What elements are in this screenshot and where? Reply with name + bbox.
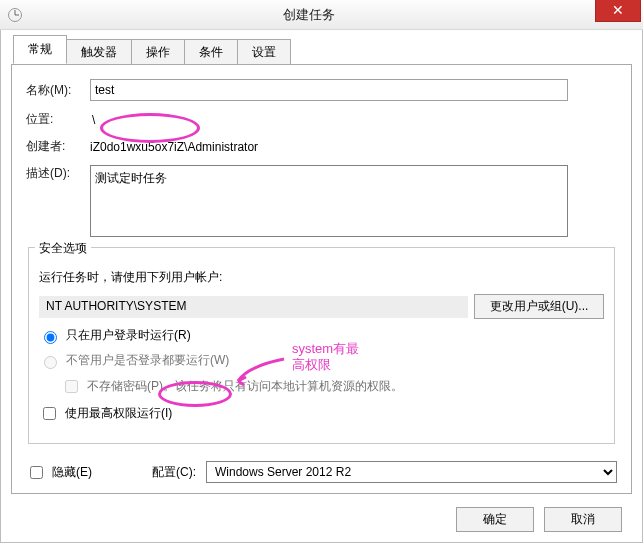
location-label: 位置: bbox=[26, 111, 90, 128]
radio-run-any-label: 不管用户是否登录都要运行(W) bbox=[66, 352, 229, 369]
name-label: 名称(M): bbox=[26, 82, 90, 99]
check-highest-privileges-input[interactable] bbox=[43, 407, 56, 420]
ok-button[interactable]: 确定 bbox=[456, 507, 534, 532]
check-hidden-input[interactable] bbox=[30, 466, 43, 479]
check-hidden-label: 隐藏(E) bbox=[52, 464, 92, 481]
configure-for-select[interactable]: Windows Server 2012 R2 bbox=[206, 461, 617, 483]
close-button[interactable]: ✕ bbox=[595, 0, 641, 22]
run-as-account: NT AUTHORITY\SYSTEM bbox=[39, 296, 468, 318]
description-input[interactable]: 测试定时任务 bbox=[90, 165, 568, 237]
cancel-button[interactable]: 取消 bbox=[544, 507, 622, 532]
check-no-store-password-label: 不存储密码(P)。该任务将只有访问本地计算机资源的权限。 bbox=[87, 378, 403, 395]
title-bar: 创建任务 ✕ bbox=[0, 0, 643, 30]
tabstrip: 常规 触发器 操作 条件 设置 bbox=[13, 38, 632, 64]
tab-conditions[interactable]: 条件 bbox=[184, 39, 238, 65]
tab-general[interactable]: 常规 bbox=[13, 35, 67, 64]
tab-settings[interactable]: 设置 bbox=[237, 39, 291, 65]
radio-run-any-input[interactable] bbox=[44, 356, 57, 369]
creator-label: 创建者: bbox=[26, 138, 90, 155]
check-no-store-password-input bbox=[65, 380, 78, 393]
radio-run-logged-on[interactable]: 只在用户登录时运行(R) bbox=[39, 327, 604, 344]
check-hidden[interactable]: 隐藏(E) bbox=[26, 463, 92, 482]
location-value: \ bbox=[90, 113, 95, 127]
creator-value: iZ0do1wxu5ox7iZ\Administrator bbox=[90, 140, 258, 154]
security-legend: 安全选项 bbox=[35, 240, 91, 257]
name-input[interactable] bbox=[90, 79, 568, 101]
check-highest-privileges[interactable]: 使用最高权限运行(I) bbox=[39, 404, 604, 423]
tab-actions[interactable]: 操作 bbox=[131, 39, 185, 65]
window-title: 创建任务 bbox=[22, 6, 595, 24]
radio-run-logged-on-input[interactable] bbox=[44, 331, 57, 344]
change-user-button[interactable]: 更改用户或组(U)... bbox=[474, 294, 604, 319]
tab-panel-general: 名称(M): 位置: \ 创建者: iZ0do1wxu5ox7iZ\Admini… bbox=[11, 64, 632, 494]
check-no-store-password: 不存储密码(P)。该任务将只有访问本地计算机资源的权限。 bbox=[61, 377, 604, 396]
radio-run-any[interactable]: 不管用户是否登录都要运行(W) bbox=[39, 352, 604, 369]
configure-for-label: 配置(C): bbox=[152, 464, 196, 481]
tab-triggers[interactable]: 触发器 bbox=[66, 39, 132, 65]
check-highest-privileges-label: 使用最高权限运行(I) bbox=[65, 405, 172, 422]
window-body: 常规 触发器 操作 条件 设置 名称(M): 位置: \ 创建者: iZ0do1… bbox=[0, 30, 643, 543]
description-label: 描述(D): bbox=[26, 165, 90, 182]
run-as-label: 运行任务时，请使用下列用户帐户: bbox=[39, 269, 604, 286]
radio-run-logged-on-label: 只在用户登录时运行(R) bbox=[66, 327, 191, 344]
security-options-group: 安全选项 运行任务时，请使用下列用户帐户: NT AUTHORITY\SYSTE… bbox=[28, 247, 615, 444]
app-icon bbox=[8, 8, 22, 22]
